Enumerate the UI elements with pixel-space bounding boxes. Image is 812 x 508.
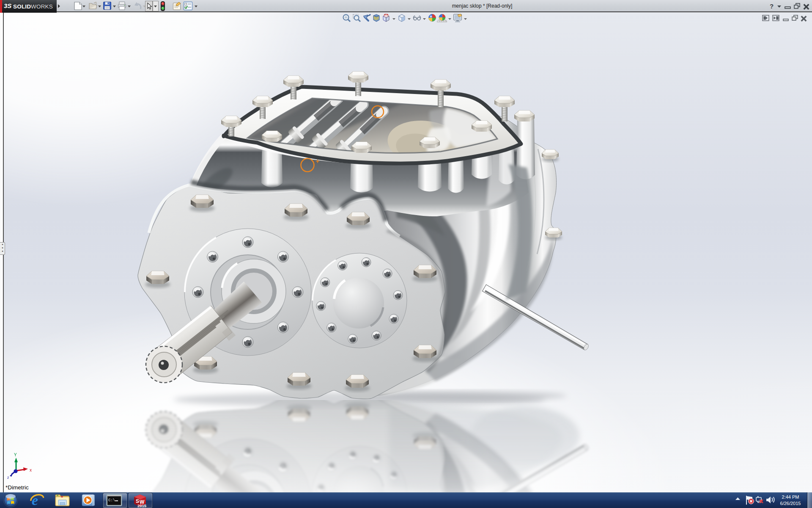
svg-text:?: ?	[770, 3, 774, 10]
svg-text:Y: Y	[14, 453, 17, 457]
svg-text:C:\: C:\	[108, 498, 115, 502]
svg-text:z: z	[7, 475, 9, 480]
svg-text:2015: 2015	[137, 503, 147, 508]
svg-text:x: x	[30, 468, 32, 472]
